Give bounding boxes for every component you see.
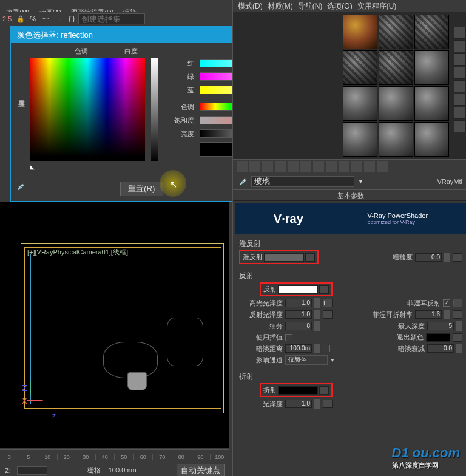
exitcolor-map-button[interactable] [453, 333, 462, 342]
selection-set-combo[interactable] [78, 13, 145, 24]
material-slot[interactable] [414, 15, 449, 49]
material-slot[interactable] [414, 50, 449, 85]
reflect-map-button[interactable] [319, 285, 329, 294]
timeline-tick[interactable]: 40 [96, 454, 115, 460]
show-map-icon[interactable] [339, 162, 350, 172]
autokey-button[interactable]: 自动关键点 [177, 464, 225, 477]
make-preview-icon[interactable] [454, 93, 466, 106]
timeline-tick[interactable]: 5 [19, 454, 39, 460]
whiteness-slider[interactable] [151, 58, 158, 162]
timeline-tick[interactable]: 20 [58, 454, 77, 460]
go-parent-icon[interactable] [364, 162, 375, 172]
basic-params-header[interactable]: 基本参数 [233, 190, 466, 201]
dimdist-input[interactable]: 100.0m [285, 344, 312, 353]
fresnel-ior-input[interactable]: 1.6 [415, 310, 442, 319]
rglossy-map-button[interactable] [323, 310, 333, 319]
timeline-tick[interactable]: 10 [38, 454, 58, 460]
select-by-mat-icon[interactable] [454, 120, 466, 132]
reset-map-icon[interactable] [275, 162, 286, 172]
refract-glossy-map-button[interactable] [323, 399, 333, 408]
lock-icon[interactable]: 🔒 [15, 13, 26, 24]
maxdepth-input[interactable]: 5 [427, 322, 454, 330]
dimfall-spinner[interactable] [456, 344, 462, 353]
backlight-icon[interactable] [454, 40, 466, 52]
material-slot[interactable] [414, 122, 449, 157]
hglossy-spinner[interactable] [314, 298, 320, 308]
material-slot[interactable] [379, 15, 413, 49]
affect-channel-dropdown[interactable]: 仅颜色 [285, 355, 328, 365]
fresnel-ior-spinner[interactable] [444, 310, 450, 319]
timeline-tick[interactable]: 30 [76, 454, 96, 460]
refract-color-well[interactable] [278, 386, 318, 395]
eyedropper-icon[interactable]: 💉 [239, 178, 248, 186]
eyedropper-icon[interactable]: 💉 [17, 183, 29, 195]
rglossy-spinner[interactable] [314, 310, 320, 319]
fresnel-lock-button[interactable]: L [453, 299, 462, 307]
scene-object[interactable] [103, 342, 158, 378]
material-type-button[interactable]: VRayMtl [437, 178, 462, 185]
material-slot[interactable] [379, 122, 413, 157]
menu-material[interactable]: 材质(M) [268, 1, 293, 12]
axis-gizmo-icon[interactable]: z│x── [22, 381, 43, 407]
rglossy-input[interactable]: 1.0 [285, 310, 312, 319]
material-slot[interactable] [379, 86, 413, 121]
hglossy-lock-button[interactable]: L [323, 299, 333, 307]
refract-glossy-input[interactable]: 1.0 [285, 399, 312, 408]
material-slot[interactable] [414, 86, 449, 121]
menu-mode[interactable]: 模式(D) [238, 1, 263, 12]
timeline-tick[interactable]: 80 [172, 454, 192, 460]
reflect-color-well[interactable] [278, 285, 318, 294]
get-material-icon[interactable] [237, 162, 248, 172]
timeline-tick[interactable]: 100 [211, 454, 230, 460]
refract-glossy-spinner[interactable] [314, 399, 320, 409]
uv-tile-icon[interactable] [454, 67, 466, 79]
menu-utilities[interactable]: 实用程序(U) [357, 1, 397, 12]
material-slot[interactable] [343, 86, 377, 121]
dimfall-input[interactable]: 0.0 [427, 344, 454, 353]
refract-map-button[interactable] [319, 386, 329, 395]
assign-icon[interactable] [262, 162, 273, 172]
viewport[interactable]: z [+][VRayPhysicalCamera01][线框] z│x── [0, 202, 229, 448]
go-forward-icon[interactable] [377, 162, 388, 172]
roughness-spinner[interactable] [444, 253, 450, 262]
material-slot[interactable] [343, 50, 377, 85]
put-to-scene-icon[interactable] [249, 162, 260, 172]
fresnel-checkbox[interactable]: ✓ [443, 299, 450, 307]
timeline-tick[interactable]: 60 [134, 454, 154, 460]
material-id-icon[interactable] [326, 162, 337, 172]
diffuse-map-button[interactable] [305, 253, 315, 262]
make-copy-icon[interactable] [288, 162, 299, 172]
menu-options[interactable]: 选项(O) [327, 1, 352, 12]
exitcolor-well[interactable] [426, 333, 450, 342]
menu-navigate[interactable]: 导航(N) [298, 1, 323, 12]
material-slot[interactable] [343, 122, 377, 157]
video-check-icon[interactable] [454, 80, 466, 92]
roughness-map-button[interactable] [453, 253, 462, 262]
scene-object[interactable] [167, 318, 203, 366]
timeline-tick[interactable]: 90 [191, 454, 211, 460]
timeline-tick[interactable]: 50 [115, 454, 134, 460]
timeline[interactable]: 0 5 10 20 30 40 50 60 70 80 90 100 [0, 449, 229, 464]
z-coord-input[interactable] [17, 466, 47, 475]
useinterp-checkbox[interactable] [285, 334, 292, 341]
put-to-lib-icon[interactable] [313, 162, 324, 172]
diffuse-color-well[interactable] [264, 253, 304, 262]
make-unique-icon[interactable] [300, 162, 311, 172]
material-slot[interactable] [379, 50, 413, 85]
show-end-icon[interactable] [351, 162, 362, 172]
reset-button[interactable]: 重置(R) [120, 182, 163, 196]
material-name-input[interactable] [251, 176, 354, 187]
options-icon[interactable] [454, 107, 466, 119]
roughness-input[interactable]: 0.0 [415, 253, 442, 262]
timeline-tick[interactable]: 0 [0, 454, 19, 460]
maxdepth-spinner[interactable] [456, 321, 462, 331]
subdiv-input[interactable]: 8 [285, 322, 312, 330]
timeline-tick[interactable]: 70 [153, 454, 172, 460]
sample-type-icon[interactable] [454, 27, 466, 39]
background-icon[interactable] [454, 53, 466, 66]
dimdist-spinner[interactable] [314, 344, 320, 353]
dimdist-checkbox[interactable] [323, 345, 330, 352]
hue-field[interactable] [30, 58, 145, 162]
material-slot[interactable] [343, 15, 377, 49]
hglossy-input[interactable]: 1.0 [285, 299, 312, 307]
